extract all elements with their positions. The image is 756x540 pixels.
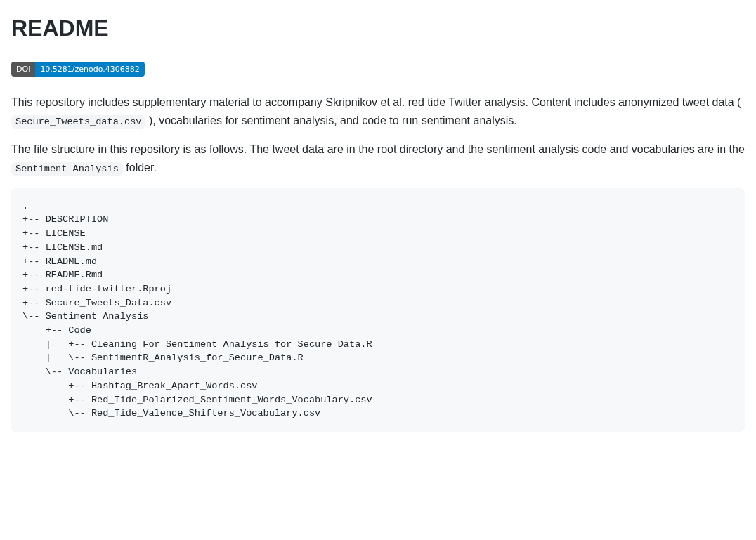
doi-value: 10.5281/zenodo.4306882	[35, 62, 144, 77]
intro-text-1: This repository includes supplementary m…	[11, 96, 741, 108]
structure-paragraph: The file structure in this repository is…	[11, 140, 745, 176]
page-title: README	[11, 11, 745, 51]
intro-paragraph: This repository includes supplementary m…	[11, 93, 745, 129]
inline-code-tweets-file: Secure_Tweets_data.csv	[11, 115, 145, 129]
inline-code-folder: Sentiment Analysis	[11, 162, 123, 176]
doi-label: DOI	[11, 62, 35, 77]
doi-badge[interactable]: DOI 10.5281/zenodo.4306882	[11, 62, 145, 77]
file-tree-block: . +-- DESCRIPTION +-- LICENSE +-- LICENS…	[11, 188, 745, 432]
structure-text-1: The file structure in this repository is…	[11, 143, 745, 155]
structure-text-2: folder.	[126, 162, 157, 173]
intro-text-2: ), vocabularies for sentiment analysis, …	[149, 114, 517, 126]
